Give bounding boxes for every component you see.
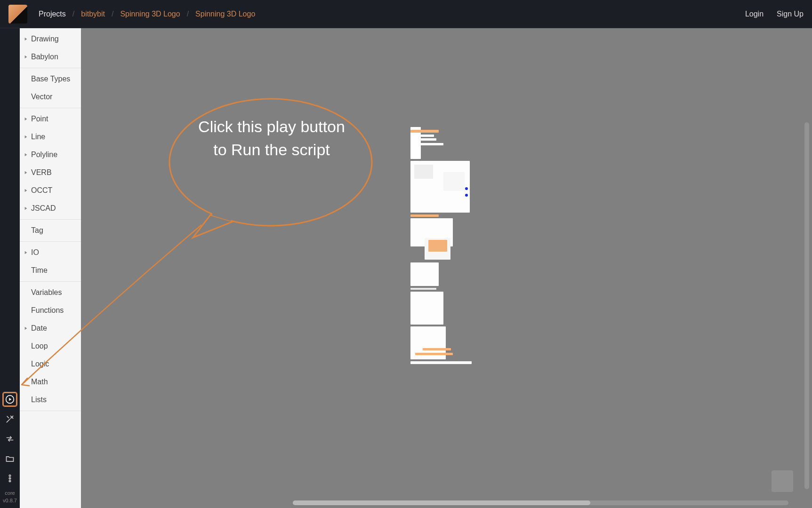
expand-triangle-icon	[24, 152, 28, 157]
more-button[interactable]	[3, 471, 17, 485]
sidepanel-item-babylon[interactable]: Babylon	[20, 48, 81, 66]
sidepanel-item-line[interactable]: Line	[20, 128, 81, 146]
sidepanel-item-loop[interactable]: Loop	[20, 337, 81, 355]
sidepanel-item-label: Logic	[31, 360, 49, 368]
tools-button[interactable]	[3, 412, 17, 426]
login-link[interactable]: Login	[745, 10, 764, 18]
expand-triangle-icon	[24, 250, 28, 255]
sidepanel-item-label: Babylon	[31, 53, 58, 61]
sidepanel-item-label: Loop	[31, 342, 48, 350]
sidepanel-item-label: Line	[31, 133, 45, 141]
sidepanel-item-label: Tag	[31, 226, 43, 235]
sidepanel-item-variables[interactable]: Variables	[20, 284, 81, 302]
breadcrumb-sep: /	[112, 10, 113, 18]
signup-link[interactable]: Sign Up	[777, 10, 804, 18]
expand-triangle-icon	[24, 170, 28, 175]
sidepanel-item-label: JSCAD	[31, 204, 56, 213]
sidepanel-item-label: Drawing	[31, 35, 59, 43]
sidepanel-item-drawing[interactable]: Drawing	[20, 30, 81, 48]
sidepanel-item-vector[interactable]: Vector	[20, 88, 81, 106]
folder-icon	[5, 454, 15, 463]
expand-triangle-icon	[24, 206, 28, 211]
play-icon	[5, 395, 15, 404]
sidepanel-item-base-types[interactable]: Base Types	[20, 70, 81, 88]
sidepanel-item-verb[interactable]: VERB	[20, 164, 81, 182]
horizontal-scrollbar-thumb[interactable]	[293, 500, 590, 505]
sidepanel-item-jscad[interactable]: JSCAD	[20, 199, 81, 217]
run-script-button[interactable]	[3, 392, 17, 406]
sidepanel-item-label: Functions	[31, 306, 64, 315]
svg-point-2	[9, 477, 10, 479]
expand-triangle-icon	[24, 117, 28, 121]
expand-triangle-icon	[24, 135, 28, 139]
sidepanel-item-label: Math	[31, 378, 48, 386]
sidepanel-item-math[interactable]: Math	[20, 373, 81, 391]
block-script-thumbnail	[410, 127, 472, 416]
sidepanel-item-label: Base Types	[31, 75, 70, 83]
sidepanel-group: VariablesFunctionsDateLoopLogicMathLists	[20, 282, 81, 411]
swap-button[interactable]	[3, 432, 17, 446]
breadcrumb-item-1[interactable]: Spinning 3D Logo	[120, 10, 180, 18]
version-label: v0.8.7	[3, 498, 17, 503]
folder-button[interactable]	[3, 452, 17, 466]
sidepanel-item-label: Vector	[31, 93, 52, 101]
sidepanel-item-label: Date	[31, 324, 47, 333]
svg-point-3	[9, 480, 10, 482]
sidepanel-item-point[interactable]: Point	[20, 110, 81, 128]
swap-horiz-icon	[5, 434, 15, 444]
sidepanel-group: Base TypesVector	[20, 68, 81, 108]
sidepanel-item-polyline[interactable]: Polyline	[20, 146, 81, 164]
sidepanel-group: IOTime	[20, 242, 81, 282]
app-logo[interactable]	[8, 5, 27, 24]
horizontal-scrollbar[interactable]	[293, 500, 788, 505]
left-tool-rail: core v0.8.7	[0, 28, 20, 508]
sidepanel-item-functions[interactable]: Functions	[20, 302, 81, 319]
breadcrumb-item-0[interactable]: bitbybit	[81, 10, 105, 18]
expand-triangle-icon	[24, 37, 28, 41]
sidepanel-item-logic[interactable]: Logic	[20, 355, 81, 373]
sidepanel-item-label: Variables	[31, 288, 62, 297]
sidepanel-group: Tag	[20, 220, 81, 242]
sidepanel-item-label: Point	[31, 115, 48, 123]
app-header: Projects / bitbybit / Spinning 3D Logo /…	[0, 0, 812, 28]
vertical-scrollbar-thumb[interactable]	[804, 122, 809, 489]
sidepanel-group: DrawingBabylon	[20, 28, 81, 68]
breadcrumb-item-2[interactable]: Spinning 3D Logo	[195, 10, 255, 18]
breadcrumb: Projects / bitbybit / Spinning 3D Logo /…	[39, 10, 255, 18]
category-sidepanel[interactable]: DrawingBabylonBase TypesVectorPointLineP…	[20, 28, 81, 508]
app-root: Projects / bitbybit / Spinning 3D Logo /…	[0, 0, 812, 508]
expand-triangle-icon	[24, 188, 28, 193]
sidepanel-item-time[interactable]: Time	[20, 262, 81, 279]
sidepanel-item-date[interactable]: Date	[20, 319, 81, 337]
svg-point-1	[9, 475, 10, 476]
sidepanel-item-tag[interactable]: Tag	[20, 222, 81, 239]
vertical-scrollbar[interactable]	[804, 122, 809, 489]
sidepanel-item-label: Polyline	[31, 151, 57, 159]
core-label: core	[5, 490, 15, 496]
breadcrumb-sep: /	[72, 10, 74, 18]
sidepanel-item-label: Time	[31, 266, 48, 275]
sidepanel-item-label: IO	[31, 248, 39, 257]
breadcrumb-projects[interactable]: Projects	[39, 10, 66, 18]
breadcrumb-sep: /	[187, 10, 189, 18]
sidepanel-item-occt[interactable]: OCCT	[20, 182, 81, 199]
tools-icon	[5, 414, 15, 424]
sidepanel-group: PointLinePolylineVERBOCCTJSCAD	[20, 108, 81, 220]
sidepanel-item-lists[interactable]: Lists	[20, 391, 81, 409]
expand-triangle-icon	[24, 55, 28, 59]
more-vert-icon	[5, 474, 15, 483]
workspace-canvas[interactable]	[81, 28, 812, 508]
sidepanel-item-label: OCCT	[31, 186, 52, 195]
sidepanel-item-io[interactable]: IO	[20, 244, 81, 262]
minimap[interactable]	[772, 470, 793, 492]
sidepanel-item-label: Lists	[31, 396, 47, 404]
expand-triangle-icon	[24, 326, 28, 331]
sidepanel-item-label: VERB	[31, 168, 52, 177]
